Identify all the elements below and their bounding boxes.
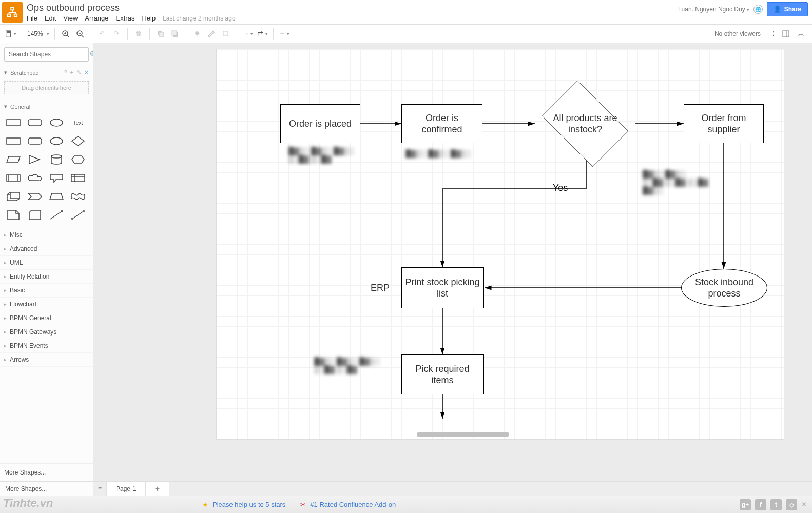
node-pick-items[interactable]: Pick required items	[401, 354, 484, 394]
zoom-out-icon[interactable]	[74, 28, 86, 40]
menu-file[interactable]: File	[27, 14, 37, 22]
zoom-in-icon[interactable]	[60, 28, 71, 40]
shape-cloud[interactable]	[26, 170, 44, 186]
annotation-blurred: █▓▒░ █▓▒░ █▓▒░	[405, 149, 482, 157]
shape-roundrect2[interactable]	[26, 133, 44, 149]
shape-cube[interactable]	[4, 189, 23, 204]
menu-extras[interactable]: Extras	[116, 14, 135, 22]
shape-roundrect[interactable]	[26, 115, 44, 130]
node-order-supplier[interactable]: Order from supplier	[684, 104, 764, 143]
line-color-icon[interactable]	[206, 28, 217, 40]
delete-icon[interactable]: 🗑	[133, 28, 144, 40]
scratchpad-close-icon[interactable]: ✕	[84, 69, 89, 76]
shape-parallelogram[interactable]	[4, 152, 23, 167]
node-stock-inbound[interactable]: Stock inbound process	[681, 269, 767, 307]
drawio-logo[interactable]	[2, 2, 23, 23]
social-twitter-icon[interactable]: t	[770, 499, 782, 510]
social-github-icon[interactable]: ◇	[786, 499, 797, 510]
menu-view[interactable]: View	[63, 14, 78, 22]
shape-hexagon[interactable]	[69, 152, 87, 167]
shape-note[interactable]	[4, 207, 23, 223]
lib-item[interactable]: BPMN General	[0, 311, 93, 325]
share-button[interactable]: 👤 Share	[767, 2, 808, 16]
lib-item[interactable]: Basic	[0, 284, 93, 298]
shape-internal-storage[interactable]	[69, 170, 87, 186]
shape-line-arrow[interactable]	[47, 207, 66, 223]
lib-item[interactable]: UML	[0, 256, 93, 270]
lib-item[interactable]: Advanced	[0, 242, 93, 256]
pages-menu-icon[interactable]: ≡	[93, 482, 107, 496]
redo-icon[interactable]: ↷	[111, 28, 122, 40]
shape-tape[interactable]	[69, 189, 87, 204]
undo-icon[interactable]: ↶	[96, 28, 108, 40]
zoom-dropdown[interactable]: 145%	[27, 30, 49, 37]
annotation-erp[interactable]: ERP	[371, 283, 390, 293]
lib-item[interactable]: BPMN Gateways	[0, 325, 93, 339]
shape-callout[interactable]	[47, 170, 66, 186]
shape-rect[interactable]	[4, 115, 23, 130]
format-panel-icon[interactable]	[780, 28, 791, 40]
shape-ellipse[interactable]	[47, 115, 66, 130]
shadow-icon[interactable]	[220, 28, 231, 40]
lib-item[interactable]: Arrows	[0, 353, 93, 367]
svg-rect-17	[28, 138, 42, 144]
globe-icon[interactable]: 🌐	[753, 5, 763, 14]
insert-menu-icon[interactable]: ＋	[279, 28, 290, 40]
node-print-picklist[interactable]: Print stock picking list	[401, 267, 484, 308]
search-input-field[interactable]	[5, 51, 90, 58]
edge-label-yes[interactable]: Yes	[553, 183, 568, 193]
shape-triangle[interactable]	[26, 152, 44, 167]
scratchpad-dropzone[interactable]: Drag elements here	[4, 81, 89, 94]
to-front-icon[interactable]	[155, 28, 166, 40]
lib-item[interactable]: BPMN Events	[0, 339, 93, 353]
tab-page-1[interactable]: Page-1	[107, 482, 146, 496]
search-icon[interactable]: 🔍	[90, 51, 93, 58]
footer-rate-link[interactable]: ★ Please help us to 5 stars	[195, 496, 293, 513]
share-label: Share	[784, 6, 801, 13]
scratchpad-add-icon[interactable]: +	[70, 69, 73, 76]
shape-card[interactable]	[26, 207, 44, 223]
general-section-header[interactable]: ▾General	[0, 100, 93, 113]
document-title[interactable]: Ops outbound process	[27, 2, 236, 13]
scratchpad-header[interactable]: ▾Scratchpad ? + ✎ ✕	[0, 66, 93, 79]
shape-line-bidir[interactable]	[69, 207, 87, 223]
shape-rect2[interactable]	[4, 133, 23, 149]
footer-close-icon[interactable]: ✕	[801, 501, 807, 508]
menu-help[interactable]: Help	[142, 14, 156, 22]
shape-cylinder[interactable]	[47, 152, 66, 167]
node-order-confirmed[interactable]: Order is confirmed	[401, 104, 482, 143]
more-shapes-footer[interactable]: More Shapes...	[0, 482, 93, 496]
waypoint-style-icon[interactable]	[257, 28, 268, 40]
connection-style-icon[interactable]: →	[242, 28, 254, 40]
footer-addon-link[interactable]: ✂ #1 Rated Confluence Add-on	[293, 496, 403, 513]
fullscreen-icon[interactable]: ⛶	[765, 28, 776, 40]
shape-process[interactable]	[4, 170, 23, 186]
node-all-instock[interactable]: All products are instock?	[534, 88, 636, 160]
to-back-icon[interactable]	[169, 28, 181, 40]
social-facebook-icon[interactable]: f	[755, 499, 766, 510]
social-gplus-icon[interactable]: g+	[740, 499, 751, 510]
shape-text[interactable]: Text	[69, 115, 87, 130]
shape-diamond[interactable]	[69, 133, 87, 149]
lib-item[interactable]: Entity Relation	[0, 270, 93, 284]
menu-arrange[interactable]: Arrange	[85, 14, 108, 22]
canvas-area[interactable]: Order is placed Order is confirmed All p…	[93, 43, 812, 481]
user-menu[interactable]: Luan. Nguyen Ngoc Duy	[678, 6, 749, 13]
menu-edit[interactable]: Edit	[45, 14, 56, 22]
scratchpad-help-icon[interactable]: ?	[64, 69, 67, 76]
scratchpad-edit-icon[interactable]: ✎	[76, 69, 81, 76]
collapse-toolbar-icon[interactable]: ︽	[796, 28, 807, 40]
shape-step[interactable]	[26, 189, 44, 204]
horizontal-scrollbar[interactable]	[417, 432, 509, 437]
fill-color-icon[interactable]	[191, 28, 203, 40]
diagram-page[interactable]: Order is placed Order is confirmed All p…	[217, 49, 784, 439]
node-order-placed[interactable]: Order is placed	[280, 104, 360, 143]
search-shapes-input[interactable]: 🔍	[4, 47, 89, 62]
shape-ellipse2[interactable]	[47, 133, 66, 149]
tab-add-page[interactable]: +	[146, 482, 169, 496]
more-shapes-link[interactable]: More Shapes...	[0, 463, 93, 481]
lib-item[interactable]: Misc	[0, 228, 93, 242]
shape-trapezoid[interactable]	[47, 189, 66, 204]
lib-item[interactable]: Flowchart	[0, 298, 93, 311]
page-setup-button[interactable]	[5, 28, 16, 40]
